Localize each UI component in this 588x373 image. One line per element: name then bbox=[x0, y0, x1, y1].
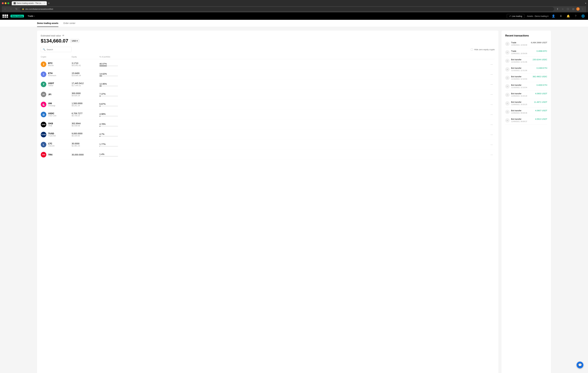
table-header: Crypto Equity % of portfolio bbox=[41, 55, 495, 59]
equity-usd: $6,334.65 bbox=[72, 135, 99, 137]
transaction-type: Bot transfer bbox=[511, 110, 534, 112]
transaction-amount: 4.0907 USDT bbox=[535, 110, 547, 112]
portfolio-pct: 4.98% bbox=[99, 113, 489, 115]
notifications-button[interactable]: 🔔 bbox=[566, 14, 571, 19]
equity-usd: $17,444.31 bbox=[72, 85, 99, 87]
live-trading-button[interactable]: Live trading bbox=[507, 14, 524, 18]
asset-more-button[interactable]: ··· bbox=[489, 153, 495, 156]
transaction-type: Trade bbox=[511, 50, 535, 52]
equity-usd: $9,926.29 bbox=[72, 95, 99, 97]
asset-symbol: OKB bbox=[48, 122, 53, 125]
portfolio-pct: 14.62% bbox=[99, 73, 489, 75]
transaction-date: 11/09/2022, 09:08:38 bbox=[511, 112, 534, 114]
svg-rect-5 bbox=[7, 17, 8, 18]
forward-button[interactable]: → bbox=[9, 7, 13, 11]
ltc-icon: Ł bbox=[41, 142, 46, 147]
equity-amount: 3.1710 bbox=[72, 62, 99, 65]
search-input[interactable] bbox=[47, 48, 68, 51]
transaction-icon: ↔ bbox=[505, 42, 510, 46]
transaction-type: Bot transfer bbox=[511, 118, 534, 120]
currency-selector[interactable]: USD ▾ bbox=[70, 39, 79, 43]
asset-more-button[interactable]: ··· bbox=[489, 73, 495, 76]
maximize-window-button[interactable] bbox=[7, 2, 9, 4]
logo[interactable] bbox=[2, 14, 8, 18]
table-row: TUSD TUSD TrueUSD 9,000.0000 $6,334.65 4… bbox=[41, 130, 495, 140]
portfolio-bar bbox=[99, 76, 118, 76]
asset-symbol: USDC bbox=[48, 112, 56, 115]
tab-label: Demo trading assets - The Le... bbox=[17, 2, 43, 4]
address-bar[interactable]: 🔒 okx.com/balance/assets/unified bbox=[20, 7, 554, 11]
transaction-info: Bot transfer 11/16/2022, 12:31:06 bbox=[511, 67, 535, 71]
bookmark-button[interactable]: ☆ bbox=[560, 7, 565, 11]
asset-more-button[interactable]: ··· bbox=[489, 133, 495, 136]
trade-menu[interactable]: Trade ▾ bbox=[26, 15, 36, 17]
portfolio-fill bbox=[99, 156, 100, 156]
assets-menu-label: Assets - Demo trading bbox=[527, 15, 547, 17]
search-box[interactable]: 🔍 bbox=[41, 47, 72, 52]
tab-close-button[interactable]: ✕ bbox=[43, 2, 45, 4]
table-row: ₮ USDT Tether 17,445.5412 $17,444.31 12.… bbox=[41, 79, 495, 89]
help-button[interactable]: ? bbox=[573, 14, 578, 19]
sub-navigation: Demo trading assets Order center bbox=[0, 20, 588, 27]
transaction-icon: ↔ bbox=[505, 50, 510, 55]
transaction-icon: ↔ bbox=[505, 67, 510, 72]
profile-button[interactable]: ⊟ bbox=[571, 7, 575, 11]
reload-button[interactable]: ↻ bbox=[14, 7, 19, 11]
user-profile-button[interactable]: 👤 bbox=[551, 14, 556, 19]
toggle-visibility-button[interactable]: 👁 bbox=[62, 34, 64, 37]
asset-more-button[interactable]: ··· bbox=[489, 143, 495, 146]
asset-more-button[interactable]: ··· bbox=[489, 123, 495, 126]
asset-fullname: TrueUSD bbox=[48, 135, 56, 137]
asset-more-button[interactable]: ··· bbox=[489, 103, 495, 106]
asset-more-button[interactable]: ··· bbox=[489, 93, 495, 96]
transaction-icon: ↔ bbox=[505, 93, 510, 97]
asset-more-button[interactable]: ··· bbox=[489, 63, 495, 66]
minimize-window-button[interactable] bbox=[5, 2, 7, 4]
trade-chevron-icon: ▾ bbox=[34, 15, 35, 17]
transaction-date: 11/09/2022, 09:08:37 bbox=[511, 121, 534, 122]
transaction-item: ↔ Bot transfer 11/16/2022, 12:10:54 0.40… bbox=[505, 82, 547, 90]
new-tab-button[interactable]: + bbox=[47, 2, 50, 5]
browser-dropdown-button[interactable]: ▾ bbox=[585, 2, 586, 4]
app-container: Demo trading Trade ▾ Live trading Assets… bbox=[0, 12, 588, 373]
download-button[interactable]: ⬇ bbox=[558, 14, 563, 19]
svg-rect-3 bbox=[2, 17, 4, 18]
equity-usd: $2,381.23 bbox=[72, 145, 99, 147]
language-button[interactable]: 🌐 bbox=[581, 14, 586, 19]
chat-button[interactable]: 💬 bbox=[577, 362, 583, 368]
transaction-type: Trade bbox=[511, 41, 529, 44]
transaction-item: ↔ Trade 12/06/2022, 10:59:09 0.4996 BTC bbox=[505, 48, 547, 56]
asset-info-eth: Ξ ETH Ethereum bbox=[41, 72, 72, 77]
hide-zero-checkbox[interactable] bbox=[471, 48, 473, 51]
jfi-icon: JFI bbox=[41, 92, 46, 97]
hide-zero-toggle[interactable]: Hide zero equity crypto bbox=[471, 48, 495, 51]
transaction-date: 11/09/2022, 15:25:25 bbox=[511, 104, 532, 105]
asset-more-button[interactable]: ··· bbox=[489, 83, 495, 86]
user-avatar[interactable]: J bbox=[576, 7, 580, 11]
assets-menu[interactable]: Assets - Demo trading ▾ bbox=[527, 15, 548, 17]
transaction-info: Bot transfer 11/09/2022, 15:25:25 bbox=[511, 101, 532, 105]
portfolio-bar bbox=[99, 126, 118, 126]
active-tab[interactable]: Demo trading assets - The Le... ✕ bbox=[12, 1, 47, 5]
tab-demo-trading-assets[interactable]: Demo trading assets bbox=[37, 20, 58, 27]
close-window-button[interactable] bbox=[2, 2, 4, 4]
asset-fullname: Bitcoin bbox=[48, 65, 54, 66]
value-amount: $134,660.07 bbox=[41, 38, 68, 44]
transaction-icon: ↔ bbox=[505, 59, 510, 63]
portfolio-pct: 12.95% bbox=[99, 83, 489, 85]
search-filter-bar: 🔍 Hide zero equity crypto bbox=[41, 47, 495, 52]
menu-button[interactable]: ⋮ bbox=[581, 7, 585, 11]
portfolio-pct: 1.77% bbox=[99, 143, 489, 145]
share-button[interactable]: ⬆ bbox=[555, 7, 560, 11]
transaction-type: Bot transfer bbox=[511, 84, 535, 86]
tab-order-center[interactable]: Order center bbox=[63, 20, 75, 27]
transaction-amount: 4.0913 USDT bbox=[535, 118, 547, 120]
equity-usd: $6,709.25 bbox=[72, 115, 99, 117]
svg-rect-2 bbox=[7, 14, 8, 16]
browser-titlebar: Demo trading assets - The Le... ✕ + ▾ bbox=[2, 1, 586, 5]
portfolio-bar bbox=[99, 86, 118, 86]
equity-usd: $19,685.34 bbox=[72, 75, 99, 77]
back-button[interactable]: ← bbox=[3, 7, 7, 11]
asset-more-button[interactable]: ··· bbox=[489, 113, 495, 116]
extensions-button[interactable]: ⬡ bbox=[566, 7, 570, 11]
